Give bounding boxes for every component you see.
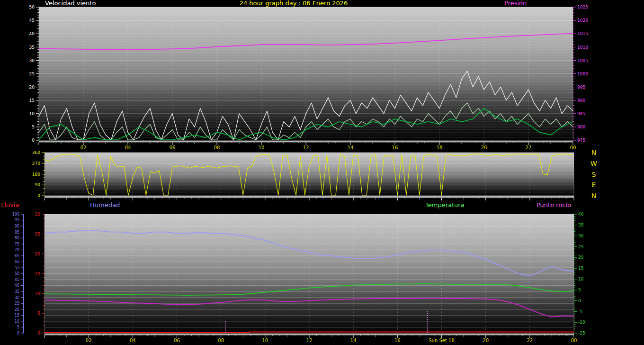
svg-text:N: N xyxy=(591,192,596,200)
svg-text:25: 25 xyxy=(578,245,583,249)
svg-text:20: 20 xyxy=(481,145,487,150)
svg-text:0: 0 xyxy=(37,331,40,336)
svg-text:985: 985 xyxy=(577,111,585,116)
svg-text:15: 15 xyxy=(15,313,19,318)
svg-text:-15: -15 xyxy=(578,331,585,336)
svg-text:180: 180 xyxy=(32,172,40,177)
svg-text:1010: 1010 xyxy=(577,45,588,50)
svg-text:980: 980 xyxy=(577,125,585,129)
svg-text:60: 60 xyxy=(15,260,19,264)
svg-text:35: 35 xyxy=(578,223,583,227)
svg-text:00: 00 xyxy=(570,145,576,150)
svg-text:75: 75 xyxy=(15,242,19,246)
svg-text:10: 10 xyxy=(262,338,268,343)
svg-text:16: 16 xyxy=(392,145,398,150)
svg-text:35: 35 xyxy=(15,290,19,294)
svg-text:E: E xyxy=(592,181,596,189)
svg-text:16: 16 xyxy=(394,338,401,343)
svg-text:30: 30 xyxy=(15,296,19,300)
svg-text:12: 12 xyxy=(306,338,313,343)
svg-text:0: 0 xyxy=(37,193,40,198)
svg-text:06: 06 xyxy=(174,338,180,343)
svg-text:15: 15 xyxy=(29,98,35,103)
svg-text:14: 14 xyxy=(348,145,354,150)
svg-text:35: 35 xyxy=(29,45,35,50)
svg-text:80: 80 xyxy=(15,236,19,240)
svg-text:45: 45 xyxy=(15,278,19,282)
svg-text:25: 25 xyxy=(35,232,40,236)
svg-text:N: N xyxy=(591,149,596,156)
svg-text:975: 975 xyxy=(577,138,585,143)
svg-text:95: 95 xyxy=(15,218,19,222)
svg-text:22: 22 xyxy=(526,145,532,150)
svg-text:360: 360 xyxy=(32,150,40,155)
svg-text:90: 90 xyxy=(15,224,19,228)
svg-text:W: W xyxy=(590,160,597,167)
svg-text:00: 00 xyxy=(571,338,577,343)
svg-text:08: 08 xyxy=(214,145,220,150)
svg-text:1020: 1020 xyxy=(577,18,588,23)
svg-text:20: 20 xyxy=(29,85,35,90)
svg-text:-10: -10 xyxy=(578,320,585,325)
svg-text:1000: 1000 xyxy=(577,72,588,76)
svg-text:65: 65 xyxy=(15,254,19,258)
svg-text:04: 04 xyxy=(130,338,136,343)
svg-text:995: 995 xyxy=(577,85,585,90)
svg-text:02: 02 xyxy=(80,145,87,150)
svg-text:20: 20 xyxy=(578,255,584,260)
svg-text:14: 14 xyxy=(350,338,357,343)
svg-text:02: 02 xyxy=(86,338,92,343)
weather-station-dashboard: Velocidad viento 24 hour graph day : 06 … xyxy=(0,0,644,345)
svg-text:25: 25 xyxy=(29,72,35,76)
svg-text:990: 990 xyxy=(577,98,585,103)
svg-text:20: 20 xyxy=(483,338,489,343)
svg-text:18: 18 xyxy=(437,145,443,150)
svg-text:30: 30 xyxy=(578,234,584,238)
weather-chart-canvas: 5045403530252015105010251020101510101005… xyxy=(0,0,644,345)
svg-text:15: 15 xyxy=(35,272,40,276)
svg-text:85: 85 xyxy=(15,230,19,235)
svg-text:5: 5 xyxy=(578,288,581,292)
svg-text:270: 270 xyxy=(32,161,40,166)
svg-text:-5: -5 xyxy=(578,309,582,314)
svg-text:45: 45 xyxy=(29,18,35,23)
svg-text:1005: 1005 xyxy=(577,58,588,63)
svg-text:40: 40 xyxy=(29,31,35,36)
svg-text:25: 25 xyxy=(15,301,19,306)
svg-text:Sun Set 18: Sun Set 18 xyxy=(429,338,455,343)
svg-text:10: 10 xyxy=(259,145,265,150)
svg-text:10: 10 xyxy=(15,319,19,324)
svg-text:15: 15 xyxy=(578,266,583,271)
svg-text:10: 10 xyxy=(29,111,35,116)
svg-text:55: 55 xyxy=(15,266,19,270)
svg-text:12: 12 xyxy=(303,145,309,150)
svg-text:70: 70 xyxy=(15,248,19,252)
svg-text:50: 50 xyxy=(29,5,35,9)
svg-text:40: 40 xyxy=(15,283,19,288)
svg-text:5: 5 xyxy=(37,311,40,316)
svg-text:S: S xyxy=(592,171,596,178)
svg-text:30: 30 xyxy=(29,58,35,63)
svg-text:0: 0 xyxy=(578,299,581,303)
svg-text:0: 0 xyxy=(17,331,19,336)
svg-text:1015: 1015 xyxy=(577,31,588,36)
svg-text:08: 08 xyxy=(218,338,224,343)
svg-text:100: 100 xyxy=(12,212,19,217)
svg-text:30: 30 xyxy=(35,212,41,217)
svg-text:10: 10 xyxy=(578,277,584,281)
svg-text:0: 0 xyxy=(32,138,35,143)
svg-text:20: 20 xyxy=(15,308,19,312)
svg-text:22: 22 xyxy=(527,338,533,343)
svg-text:50: 50 xyxy=(15,272,19,276)
svg-text:5: 5 xyxy=(17,325,19,329)
svg-text:20: 20 xyxy=(35,252,41,256)
svg-text:1025: 1025 xyxy=(577,5,588,9)
svg-text:04: 04 xyxy=(125,145,131,150)
svg-text:10: 10 xyxy=(35,291,41,296)
svg-text:5: 5 xyxy=(32,125,35,129)
svg-text:90: 90 xyxy=(35,182,41,187)
svg-text:06: 06 xyxy=(170,145,176,150)
svg-text:40: 40 xyxy=(578,212,584,217)
